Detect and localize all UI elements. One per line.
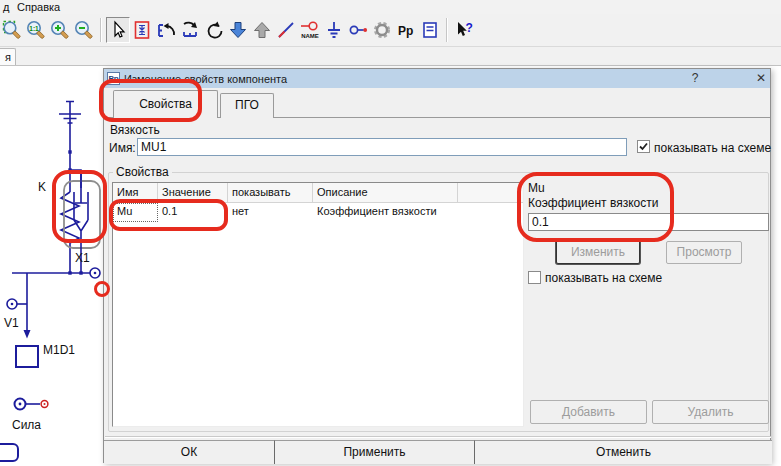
- col-header-empty: [458, 183, 523, 203]
- move-down-button[interactable]: [226, 17, 250, 43]
- wire-branch[interactable]: [70, 170, 81, 188]
- port-force[interactable]: [15, 399, 48, 410]
- footer-divider: [105, 436, 771, 438]
- settings-gear-button[interactable]: [370, 17, 394, 43]
- cell-empty: [458, 203, 523, 222]
- spring-label: K: [38, 180, 46, 194]
- context-help-button[interactable]: ?: [452, 17, 476, 43]
- node-port-button[interactable]: [346, 17, 370, 43]
- move-down-icon: [227, 19, 249, 41]
- properties-group-label: Свойства: [113, 165, 172, 179]
- partial-block[interactable]: [0, 444, 18, 461]
- add-button[interactable]: Добавить: [530, 400, 647, 424]
- name-input[interactable]: [137, 138, 627, 156]
- app-window: { "colors": { "annotation": "#e62b1e", "…: [0, 0, 781, 466]
- svg-text:?: ?: [466, 21, 473, 35]
- context-help-icon: ?: [452, 19, 476, 41]
- properties-doc-button[interactable]: [418, 17, 442, 43]
- dialog-help-button[interactable]: ?: [684, 69, 706, 88]
- rotate-button[interactable]: [202, 17, 226, 43]
- select-cursor-icon: [107, 19, 129, 41]
- cell-param-name[interactable]: Mu: [113, 203, 158, 222]
- draw-line-button[interactable]: [274, 17, 298, 43]
- component-properties-dialog: Pp Изменение свойств компонента ? ✕ Свой…: [103, 68, 771, 463]
- svg-text:NAME: NAME: [301, 33, 319, 39]
- damper-pin-label: X1: [75, 251, 90, 265]
- cancel-button[interactable]: Отменить: [474, 440, 772, 464]
- show-names-icon: NAME: [298, 19, 322, 41]
- col-header-name[interactable]: Имя: [113, 183, 158, 203]
- cell-param-show[interactable]: нет: [228, 203, 313, 222]
- node-port-icon: [347, 19, 369, 41]
- component-type-label: Вязкость: [110, 123, 160, 137]
- dialog-title: Изменение свойств компонента: [124, 73, 287, 85]
- col-header-description[interactable]: Описание: [313, 183, 458, 203]
- source-label: V1: [4, 316, 19, 330]
- delete-button[interactable]: Удалить: [652, 400, 769, 424]
- port-node[interactable]: [90, 268, 100, 278]
- move-up-button[interactable]: [250, 17, 274, 43]
- flip-vertical-icon: [178, 19, 202, 41]
- properties-pp-icon: Pp: [395, 19, 417, 41]
- col-header-show[interactable]: показывать: [228, 183, 313, 203]
- wires[interactable]: [0, 101, 100, 461]
- flip-horizontal-button[interactable]: [154, 17, 178, 43]
- properties-table[interactable]: Имя Значение показывать Описание Mu 0.1 …: [112, 182, 524, 427]
- component-frame-icon: [131, 19, 153, 41]
- ground-button[interactable]: [322, 17, 346, 43]
- mass-component[interactable]: [16, 346, 38, 367]
- view-button[interactable]: Просмотр: [666, 241, 742, 264]
- param-name-label: Mu: [528, 181, 545, 195]
- properties-doc-icon: [419, 19, 441, 41]
- schematic: K X1 V1 M1D1 Сила: [0, 0, 110, 466]
- settings-gear-icon: [371, 19, 393, 41]
- mass-label: M1D1: [43, 343, 75, 357]
- table-header-row: Имя Значение показывать Описание: [113, 183, 523, 203]
- change-button[interactable]: Изменить: [556, 240, 640, 264]
- flip-vertical-button[interactable]: [178, 17, 202, 43]
- properties-pp-button[interactable]: Pp: [394, 17, 418, 43]
- param-value-input[interactable]: [528, 213, 769, 231]
- arrow-into-mass: [24, 330, 31, 339]
- table-row[interactable]: Mu 0.1 нет Коэффициент вязкости: [113, 203, 523, 222]
- move-up-icon: [251, 19, 273, 41]
- cell-param-description[interactable]: Коэффициент вязкости: [313, 203, 458, 222]
- col-header-value[interactable]: Значение: [158, 183, 228, 203]
- param-show-on-scheme-checkbox[interactable]: [528, 271, 541, 284]
- flip-horizontal-icon: [154, 19, 178, 41]
- ok-button[interactable]: ОК: [104, 440, 274, 464]
- dialog-close-button[interactable]: ✕: [750, 69, 772, 88]
- menu-bar: д Справка: [0, 0, 781, 14]
- rotate-icon: [203, 19, 225, 41]
- checkmark-icon: [638, 141, 649, 152]
- param-desc-label: Коэффициент вязкости: [528, 196, 658, 210]
- cell-param-value[interactable]: 0.1: [158, 203, 228, 222]
- param-show-on-scheme-label: показывать на схеме: [545, 271, 662, 285]
- document-tab-strip: я: [0, 47, 781, 66]
- main-toolbar: 1:1: [0, 14, 781, 47]
- name-label: Имя:: [109, 141, 136, 155]
- force-label: Сила: [12, 418, 41, 432]
- draw-line-icon: [275, 19, 297, 41]
- ground-icon: [323, 19, 345, 41]
- component-frame-button[interactable]: [130, 17, 154, 43]
- port-v1[interactable]: [7, 299, 27, 309]
- apply-button[interactable]: Применить: [274, 440, 474, 464]
- show-on-scheme-checkbox[interactable]: [637, 140, 650, 153]
- tab-properties[interactable]: Свойства: [113, 90, 218, 118]
- show-names-button[interactable]: NAME: [298, 17, 322, 43]
- svg-text:Pp: Pp: [398, 24, 413, 38]
- show-on-scheme-label: показывать на схеме: [654, 141, 771, 155]
- dialog-icon: Pp: [107, 72, 120, 85]
- tab-pgo[interactable]: ПГО: [220, 93, 274, 118]
- toolbar-separator: [446, 18, 448, 42]
- dialog-titlebar[interactable]: Pp Изменение свойств компонента ? ✕: [104, 69, 770, 88]
